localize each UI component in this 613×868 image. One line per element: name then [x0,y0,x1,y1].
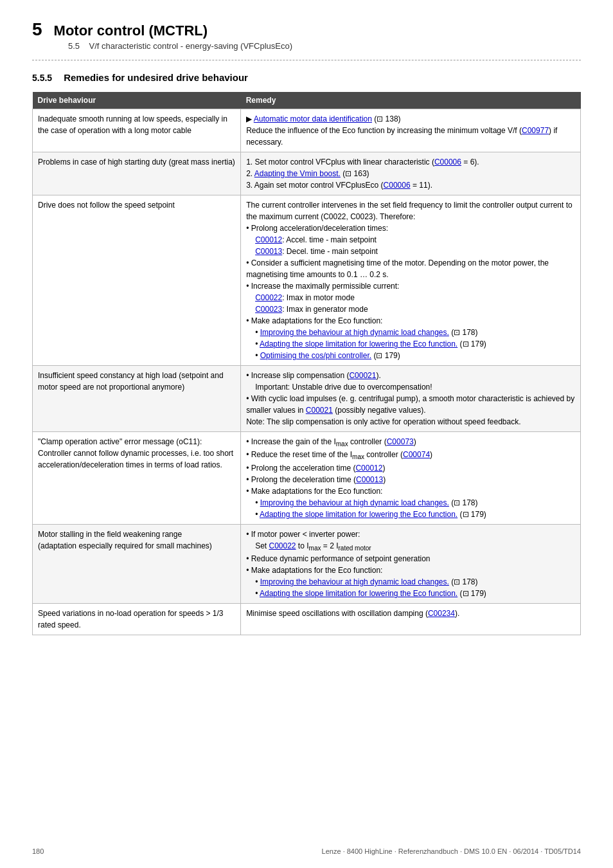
c00022-link[interactable]: C00022 [255,293,282,302]
c00012-link[interactable]: C00012 [255,235,282,244]
bullet3: • Increase the maximally permissible cur… [246,282,399,291]
table-row: Inadequate smooth running at low speeds,… [33,109,581,152]
remedy-cell: Minimise speed oscillations with oscilla… [241,604,581,635]
c00021-link2[interactable]: C00021 [306,406,333,415]
speed-remedy: Minimise speed oscillations with oscilla… [246,609,459,618]
behaviour-text: Inadequate smooth running at low speeds,… [38,114,227,135]
optimising-link1[interactable]: Optimising the cos/phi controller. [260,351,371,360]
c00013-link[interactable]: C00013 [255,247,282,256]
table-row: "Clamp operation active" error message (… [33,432,581,525]
behaviour-cell: Inadequate smooth running at low speeds,… [33,109,241,152]
behaviour-cell: Insufficient speed constancy at high loa… [33,366,241,432]
stall-eco2: • Adapting the slope limitation for lowe… [246,589,486,598]
sub-section-num: 5.5 [68,41,80,51]
bullet4: • Make adaptations for the Eco function: [246,316,382,325]
eco-item2: • Adapting the slope limitation for lowe… [246,339,486,348]
c00023-link[interactable]: C00023 [255,305,282,314]
stall-item2: • Reduce dynamic performance of setpoint… [246,554,430,563]
c00022-link2[interactable]: C00022 [269,541,296,550]
remedy-cell: ▶ Automatic motor data identification (⊡… [241,109,581,152]
behaviour-text: Drive does not follow the speed setpoint [38,201,175,210]
c00006-link2[interactable]: C00006 [384,181,411,190]
footer-right-text: Lenze · 8400 HighLine · Referenzhandbuch… [322,847,581,855]
clamp-item1: • Increase the gain of the Imax controll… [246,437,416,446]
c00074-link[interactable]: C00074 [403,450,430,459]
improving-beh-link3[interactable]: Improving the behaviour at high dynamic … [260,577,449,586]
c00006-link1[interactable]: C00006 [434,158,461,167]
improving-beh-link2[interactable]: Improving the behaviour at high dynamic … [260,498,449,507]
adapting-slope-link2[interactable]: Adapting the slope limitation for loweri… [260,510,458,519]
slip-note: Important: Unstable drive due to overcom… [246,383,432,392]
stall-item1: • If motor power < inverter power: Set C… [246,530,371,550]
table-row: Problems in case of high starting duty (… [33,152,581,195]
remedy-item3: 3. Again set motor control VFCplusEco (C… [246,181,432,190]
remedy-intro: The current controller intervenes in the… [246,201,573,221]
slip-note2: Note: The slip compensation is only acti… [246,417,520,426]
behaviour-cell: Problems in case of high starting duty (… [33,152,241,195]
c00234-link[interactable]: C00234 [428,609,455,618]
clamp-item2: • Reduce the reset time of the Imax cont… [246,450,432,459]
remedy-item1: 1. Set motor control VFCplus with linear… [246,158,479,167]
remedy-cell: • Increase the gain of the Imax controll… [241,432,581,525]
remedy-cell: • If motor power < inverter power: Set C… [241,524,581,603]
sub-item1: C00012: Accel. time - main setpoint [246,235,377,244]
bullet1: • Prolong acceleration/deceleration time… [246,224,388,233]
sub-item3: C00022: Imax in motor mode [246,293,355,302]
behaviour-cell: Speed variations in no-load operation fo… [33,604,241,635]
behaviour-text: Problems in case of high starting duty (… [38,158,235,167]
sub-item2: C00013: Decel. time - main setpoint [246,247,378,256]
remedy-text1: Reduce the influence of the Eco function… [246,126,557,147]
slip-item1: • Increase slip compensation (C00021). [246,371,381,380]
c00013-link2[interactable]: C00013 [356,475,383,484]
link-suffix: (⊡ 138) [372,114,401,123]
remedy-cell: The current controller intervenes in the… [241,195,581,366]
remedy-cell: 1. Set motor control VFCplus with linear… [241,152,581,195]
sub-section-title: V/f characteristic control - energy-savi… [89,41,292,51]
clamp-item3: • Prolong the acceleration time (C00012) [246,464,385,473]
sub-item4: C00023: Imax in generator mode [246,305,368,314]
adapting-vmin-link[interactable]: Adapting the Vmin boost. [254,169,341,178]
chapter-number: 5 [32,19,42,40]
c00977-link[interactable]: C00977 [522,126,549,135]
page-number: 180 [32,847,44,855]
behaviour-cell: "Clamp operation active" error message (… [33,432,241,525]
chapter-title: Motor control (MCTRL) [54,23,208,39]
c00012-link2[interactable]: C00012 [355,464,382,473]
stall-eco1: • Improving the behaviour at high dynami… [246,577,477,586]
table-row: Speed variations in no-load operation fo… [33,604,581,635]
improving-beh-link1[interactable]: Improving the behaviour at high dynamic … [260,328,449,337]
section-number: 5.5.5 [32,73,52,83]
slip-item2: • With cyclic load impulses (e. g. centr… [246,394,574,415]
clamp-eco1: • Improving the behaviour at high dynami… [246,498,477,507]
eco-item1: • Improving the behaviour at high dynami… [246,328,477,337]
eco-item3: • Optimising the cos/phi controller. (⊡ … [246,351,400,360]
behaviour-text: Insufficient speed constancy at high loa… [38,371,224,392]
table-row: Insufficient speed constancy at high loa… [33,366,581,432]
table-row: Motor stalling in the field weakening ra… [33,524,581,603]
col-header-remedy: Remedy [241,92,581,109]
table-row: Drive does not follow the speed setpoint… [33,195,581,366]
adapting-slope-link1[interactable]: Adapting the slope limitation for loweri… [260,339,458,348]
bullet2: • Consider a sufficient magnetising time… [246,258,549,279]
behaviour-cell: Drive does not follow the speed setpoint [33,195,241,366]
stall-item3: • Make adaptations for the Eco function: [246,566,382,575]
divider [32,60,581,60]
clamp-item4: • Prolong the deceleration time (C00013) [246,475,386,484]
behaviour-cell: Motor stalling in the field weakening ra… [33,524,241,603]
c00073-link[interactable]: C00073 [387,437,414,446]
adapting-slope-link3[interactable]: Adapting the slope limitation for loweri… [260,589,458,598]
page-header: 5 Motor control (MCTRL) 5.5 V/f characte… [32,19,581,51]
auto-motor-link[interactable]: Automatic motor data identification [254,114,372,123]
behaviour-text: Speed variations in no-load operation fo… [38,609,224,629]
stall-sub1: Set C00022 to Imax = 2 Irated motor [246,541,371,550]
arrow-icon: ▶ [246,114,254,123]
behaviour-text: Motor stalling in the field weakening ra… [38,530,212,550]
section-title: Remedies for undesired drive behaviour [64,72,248,83]
clamp-eco2: • Adapting the slope limitation for lowe… [246,510,486,519]
behaviour-text: "Clamp operation active" error message (… [38,437,233,469]
section-heading: 5.5.5 Remedies for undesired drive behav… [32,72,581,83]
clamp-item5: • Make adaptations for the Eco function: [246,487,382,496]
remedies-table: Drive behaviour Remedy Inadequate smooth… [32,92,581,635]
remedy-item2: 2. Adapting the Vmin boost. (⊡ 163) [246,169,369,178]
c00021-link1[interactable]: C00021 [349,371,376,380]
